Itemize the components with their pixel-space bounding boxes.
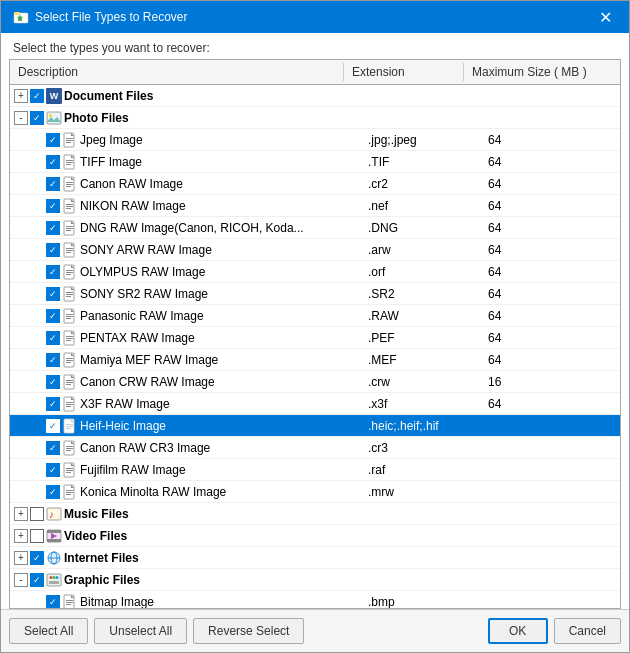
- table-row[interactable]: Konica Minolta RAW Image.mrw: [10, 481, 620, 503]
- svg-rect-32: [66, 248, 73, 249]
- row-extension: [360, 117, 480, 119]
- row-label: PENTAX RAW Image: [80, 331, 195, 345]
- expand-button[interactable]: +: [14, 507, 28, 521]
- expand-button[interactable]: +: [14, 89, 28, 103]
- svg-rect-82: [66, 468, 73, 469]
- table-row[interactable]: OLYMPUS RAW Image.orf64: [10, 261, 620, 283]
- table-row[interactable]: + W Document Files: [10, 85, 620, 107]
- table-row[interactable]: SONY SR2 RAW Image.SR264: [10, 283, 620, 305]
- row-extension: [360, 535, 480, 537]
- reverse-select-button[interactable]: Reverse Select: [193, 618, 304, 644]
- table-row[interactable]: DNG RAW Image(Canon, RICOH, Koda....DNG6…: [10, 217, 620, 239]
- table-row[interactable]: - Photo Files: [10, 107, 620, 129]
- row-label: Internet Files: [64, 551, 139, 565]
- table-row[interactable]: - Graphic Files: [10, 569, 620, 591]
- expand-button[interactable]: +: [14, 529, 28, 543]
- row-checkbox[interactable]: [46, 463, 60, 477]
- svg-rect-34: [66, 252, 71, 253]
- row-checkbox[interactable]: [46, 331, 60, 345]
- expand-button[interactable]: -: [14, 111, 28, 125]
- svg-rect-22: [66, 204, 73, 205]
- row-checkbox[interactable]: [46, 353, 60, 367]
- row-description: + Video Files: [10, 527, 360, 545]
- table-row[interactable]: Heif-Heic Image.heic;.heif;.hif: [10, 415, 620, 437]
- row-checkbox[interactable]: [46, 375, 60, 389]
- svg-rect-107: [66, 602, 73, 603]
- svg-rect-48: [66, 316, 73, 317]
- svg-rect-63: [66, 382, 73, 383]
- row-description: - Graphic Files: [10, 571, 360, 589]
- row-label: Heif-Heic Image: [80, 419, 166, 433]
- row-label: Canon RAW CR3 Image: [80, 441, 210, 455]
- row-checkbox[interactable]: [46, 441, 60, 455]
- svg-rect-54: [66, 340, 71, 341]
- row-checkbox[interactable]: [46, 221, 60, 235]
- table-row[interactable]: Bitmap Image.bmp: [10, 591, 620, 608]
- row-checkbox[interactable]: [46, 287, 60, 301]
- svg-rect-24: [66, 208, 71, 209]
- table-row[interactable]: Panasonic RAW Image.RAW64: [10, 305, 620, 327]
- row-checkbox[interactable]: [30, 551, 44, 565]
- table-header: Description Extension Maximum Size ( MB …: [10, 60, 620, 85]
- row-checkbox[interactable]: [30, 573, 44, 587]
- expand-button[interactable]: +: [14, 551, 28, 565]
- table-row[interactable]: + Video Files: [10, 525, 620, 547]
- row-checkbox[interactable]: [46, 309, 60, 323]
- table-row[interactable]: Canon RAW Image.cr264: [10, 173, 620, 195]
- table-row[interactable]: SONY ARW RAW Image.arw64: [10, 239, 620, 261]
- table-body[interactable]: + W Document Files- Photo Files Jpeg Ima…: [10, 85, 620, 608]
- row-checkbox[interactable]: [46, 155, 60, 169]
- ok-button[interactable]: OK: [488, 618, 548, 644]
- row-checkbox[interactable]: [46, 243, 60, 257]
- row-extension: .heic;.heif;.hif: [360, 418, 480, 434]
- row-checkbox[interactable]: [46, 397, 60, 411]
- row-checkbox[interactable]: [46, 177, 60, 191]
- svg-rect-106: [66, 600, 73, 601]
- row-checkbox[interactable]: [30, 111, 44, 125]
- table-row[interactable]: Canon CRW RAW Image.crw16: [10, 371, 620, 393]
- row-description: X3F RAW Image: [10, 395, 360, 413]
- row-checkbox[interactable]: [30, 507, 44, 521]
- row-description: Konica Minolta RAW Image: [10, 483, 360, 501]
- svg-rect-47: [66, 314, 73, 315]
- row-size: [480, 557, 620, 559]
- expand-button[interactable]: -: [14, 573, 28, 587]
- select-all-button[interactable]: Select All: [9, 618, 88, 644]
- row-checkbox[interactable]: [30, 529, 44, 543]
- table-row[interactable]: + Internet Files: [10, 547, 620, 569]
- row-checkbox[interactable]: [30, 89, 44, 103]
- row-extension: .nef: [360, 198, 480, 214]
- row-checkbox[interactable]: [46, 419, 60, 433]
- table-row[interactable]: Jpeg Image.jpg;.jpeg64: [10, 129, 620, 151]
- row-description: Bitmap Image: [10, 593, 360, 609]
- row-checkbox[interactable]: [46, 485, 60, 499]
- row-size: [480, 491, 620, 493]
- table-row[interactable]: + ♪ Music Files: [10, 503, 620, 525]
- cancel-button[interactable]: Cancel: [554, 618, 621, 644]
- table-row[interactable]: Fujifilm RAW Image.raf: [10, 459, 620, 481]
- row-checkbox[interactable]: [46, 199, 60, 213]
- svg-rect-69: [66, 406, 71, 407]
- row-checkbox[interactable]: [46, 595, 60, 609]
- close-button[interactable]: ✕: [593, 5, 617, 29]
- row-extension: .bmp: [360, 594, 480, 609]
- svg-rect-33: [66, 250, 73, 251]
- row-label: Jpeg Image: [80, 133, 143, 147]
- row-size: 64: [480, 352, 620, 368]
- table-row[interactable]: Mamiya MEF RAW Image.MEF64: [10, 349, 620, 371]
- row-checkbox[interactable]: [46, 265, 60, 279]
- table-row[interactable]: Canon RAW CR3 Image.cr3: [10, 437, 620, 459]
- row-extension: .x3f: [360, 396, 480, 412]
- svg-text:♪: ♪: [49, 509, 54, 520]
- unselect-all-button[interactable]: Unselect All: [94, 618, 187, 644]
- row-size: [480, 579, 620, 581]
- row-checkbox[interactable]: [46, 133, 60, 147]
- table-row[interactable]: X3F RAW Image.x3f64: [10, 393, 620, 415]
- table-row[interactable]: PENTAX RAW Image.PEF64: [10, 327, 620, 349]
- svg-rect-19: [66, 186, 71, 187]
- table-row[interactable]: TIFF Image.TIF64: [10, 151, 620, 173]
- svg-rect-74: [66, 428, 71, 429]
- dialog: Select File Types to Recover ✕ Select th…: [0, 0, 630, 653]
- svg-rect-88: [66, 492, 73, 493]
- table-row[interactable]: NIKON RAW Image.nef64: [10, 195, 620, 217]
